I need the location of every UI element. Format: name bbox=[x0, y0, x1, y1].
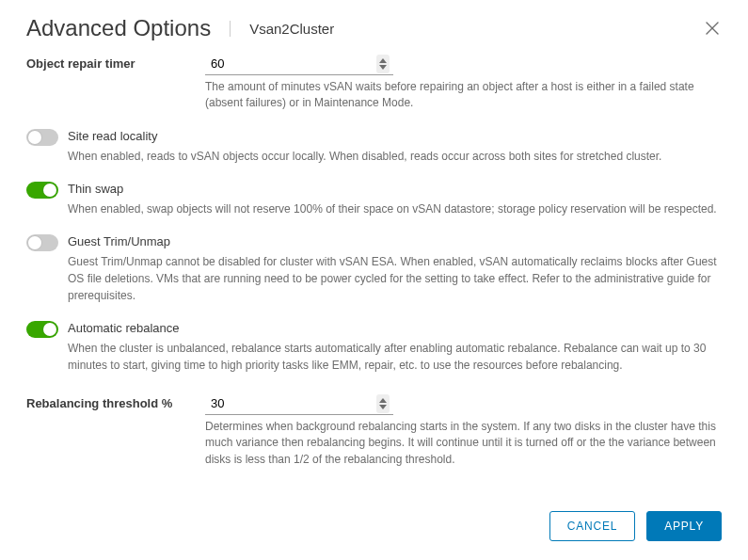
dialog-header: Advanced Options Vsan2Cluster bbox=[0, 0, 748, 53]
thin-swap-help: When enabled, swap objects will not rese… bbox=[68, 200, 722, 217]
close-button[interactable] bbox=[703, 19, 722, 38]
site-read-locality-toggle[interactable] bbox=[26, 129, 58, 146]
dialog-body: Object repair timer The amount of minute… bbox=[0, 53, 748, 494]
dialog-title: Advanced Options bbox=[26, 15, 230, 41]
automatic-rebalance-toggle[interactable] bbox=[26, 321, 58, 338]
object-repair-timer-row: Object repair timer The amount of minute… bbox=[26, 53, 722, 112]
automatic-rebalance-row: Automatic rebalance When the cluster is … bbox=[26, 321, 722, 374]
guest-trim-row: Guest Trim/Unmap Guest Trim/Unmap cannot… bbox=[26, 234, 722, 304]
site-read-locality-label: Site read locality bbox=[68, 129, 722, 143]
thin-swap-row: Thin swap When enabled, swap objects wil… bbox=[26, 182, 722, 217]
rebalancing-threshold-row: Rebalancing threshold % Determines when … bbox=[26, 392, 722, 468]
advanced-options-dialog: Advanced Options Vsan2Cluster Object rep… bbox=[0, 0, 748, 560]
apply-button[interactable]: APPLY bbox=[646, 511, 722, 541]
object-repair-timer-help: The amount of minutes vSAN waits before … bbox=[205, 79, 722, 112]
dialog-footer: CANCEL APPLY bbox=[0, 494, 748, 560]
automatic-rebalance-label: Automatic rebalance bbox=[68, 321, 722, 335]
cancel-button[interactable]: CANCEL bbox=[549, 511, 635, 541]
automatic-rebalance-help: When the cluster is unbalanced, rebalanc… bbox=[68, 340, 722, 374]
guest-trim-toggle[interactable] bbox=[26, 234, 58, 251]
site-read-locality-help: When enabled, reads to vSAN objects occu… bbox=[68, 148, 722, 165]
site-read-locality-row: Site read locality When enabled, reads t… bbox=[26, 129, 722, 165]
guest-trim-label: Guest Trim/Unmap bbox=[68, 234, 722, 248]
rebalancing-threshold-help: Determines when background rebalancing s… bbox=[205, 419, 722, 468]
object-repair-timer-input[interactable] bbox=[205, 53, 393, 75]
object-repair-timer-label: Object repair timer bbox=[26, 53, 205, 71]
thin-swap-toggle[interactable] bbox=[26, 182, 58, 199]
rebalancing-threshold-input[interactable] bbox=[205, 392, 393, 415]
guest-trim-help: Guest Trim/Unmap cannot be disabled for … bbox=[68, 253, 722, 304]
thin-swap-label: Thin swap bbox=[68, 182, 722, 196]
rebalancing-threshold-label: Rebalancing threshold % bbox=[26, 392, 205, 410]
close-icon bbox=[706, 22, 719, 35]
dialog-context: Vsan2Cluster bbox=[230, 21, 334, 37]
